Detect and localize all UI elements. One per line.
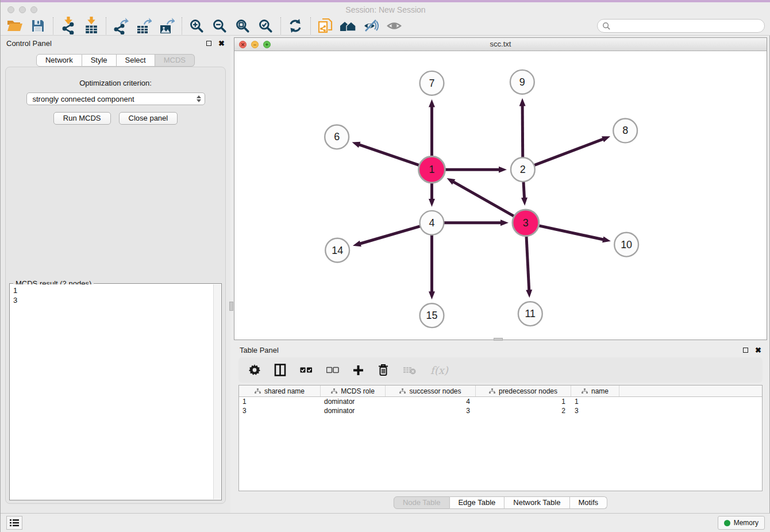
tab-node-table[interactable]: Node Table (394, 496, 450, 509)
splitter-grip-vertical[interactable] (229, 302, 233, 311)
home-view-icon[interactable] (338, 17, 358, 34)
tab-edge-table[interactable]: Edge Table (449, 496, 505, 509)
svg-text:14: 14 (332, 245, 343, 256)
toolbar-separator (53, 17, 53, 34)
deselect-all-columns-icon[interactable] (326, 367, 339, 373)
show-graphics-details-icon[interactable] (384, 17, 404, 34)
cell[interactable]: 1 (476, 397, 571, 406)
cell[interactable]: 1 (239, 397, 321, 406)
export-network-icon[interactable] (111, 17, 130, 34)
node-4[interactable]: 4 (420, 211, 444, 235)
result-scrollbar[interactable] (213, 284, 221, 499)
graph[interactable]: 7968124314101511 (234, 51, 767, 340)
tab-select[interactable]: Select (117, 54, 155, 67)
column-header-name[interactable]: name (571, 385, 619, 396)
cell[interactable]: 4 (386, 397, 476, 406)
column-header-predecessor-nodes[interactable]: predecessor nodes (476, 385, 571, 396)
table-body: 1dominator4113dominator323 (239, 397, 762, 415)
node-7[interactable]: 7 (420, 71, 444, 95)
session-title: Session: New Session (1, 5, 770, 14)
save-session-icon[interactable] (28, 17, 48, 34)
open-session-icon[interactable] (5, 17, 25, 34)
column-header-shared-name[interactable]: shared name (239, 385, 321, 396)
node-14[interactable]: 14 (325, 238, 349, 263)
select-all-columns-icon[interactable] (300, 367, 313, 373)
hierarchy-icon (582, 388, 588, 394)
cell[interactable]: dominator (321, 397, 386, 406)
edge-2-8[interactable] (523, 136, 610, 169)
refresh-icon[interactable] (286, 17, 305, 34)
tab-network-table[interactable]: Network Table (505, 496, 569, 509)
cell[interactable]: 3 (571, 406, 619, 415)
node-9[interactable]: 9 (510, 70, 534, 94)
cell[interactable]: 2 (476, 406, 571, 415)
hierarchy-icon (255, 388, 261, 394)
table-row-2[interactable]: 3dominator323 (239, 406, 762, 415)
node-15[interactable]: 15 (420, 303, 444, 327)
mcds-result-text[interactable]: 1 3 (10, 284, 213, 499)
toggle-columns-icon[interactable] (274, 364, 286, 376)
add-column-icon[interactable] (353, 365, 364, 376)
column-header-successor-nodes[interactable]: successor nodes (386, 385, 476, 396)
node-10[interactable]: 10 (614, 233, 638, 257)
toolbar-separator (280, 17, 281, 34)
splitter-grip-horizontal[interactable] (494, 338, 503, 341)
cell[interactable]: 1 (571, 397, 619, 406)
zoom-out-icon[interactable] (210, 17, 229, 34)
zoom-fit-icon[interactable] (233, 17, 252, 34)
task-history-button[interactable] (6, 516, 22, 530)
network-canvas[interactable]: 7968124314101511 (234, 51, 767, 340)
delete-column-icon[interactable] (378, 364, 389, 376)
search-icon (602, 22, 611, 30)
settings-gear-icon[interactable] (249, 364, 260, 376)
table-row-1[interactable]: 1dominator411 (239, 397, 762, 406)
network-from-file-icon[interactable] (315, 17, 335, 34)
delete-table-icon[interactable] (403, 365, 417, 375)
close-panel-icon[interactable]: ✖ (755, 346, 761, 354)
hierarchy-icon (399, 388, 406, 394)
cell[interactable]: dominator (321, 406, 386, 415)
svg-text:10: 10 (621, 239, 632, 250)
zoom-selected-icon[interactable] (256, 17, 275, 34)
run-mcds-button[interactable]: Run MCDS (53, 112, 111, 125)
export-table-icon[interactable] (134, 17, 153, 34)
column-header-filler (619, 385, 762, 396)
svg-text:4: 4 (429, 217, 434, 229)
search-field[interactable] (597, 19, 765, 33)
tab-network[interactable]: Network (36, 54, 82, 67)
search-input[interactable] (611, 20, 764, 32)
node-1[interactable]: 1 (419, 156, 445, 183)
import-table-icon[interactable] (81, 17, 101, 34)
column-header-MCDS-role[interactable]: MCDS role (321, 385, 386, 396)
control-panel-header: Control Panel ✖ (1, 36, 230, 51)
memory-button[interactable]: Memory (718, 516, 765, 530)
close-panel-icon[interactable]: ✖ (218, 40, 225, 47)
svg-text:9: 9 (519, 76, 525, 88)
table-panel: Table Panel ✖ (234, 342, 767, 513)
export-image-icon[interactable] (157, 17, 176, 34)
tab-mcds[interactable]: MCDS (155, 54, 195, 67)
list-icon (9, 518, 20, 527)
tab-style[interactable]: Style (82, 54, 117, 67)
node-6[interactable]: 6 (325, 125, 349, 149)
node-8[interactable]: 8 (613, 119, 637, 143)
node-11[interactable]: 11 (518, 302, 542, 326)
tab-motifs[interactable]: Motifs (569, 496, 607, 509)
close-panel-button[interactable]: Close panel (119, 112, 178, 125)
network-window-titlebar[interactable]: ✕ − + scc.txt (234, 38, 767, 51)
cell[interactable]: 3 (386, 406, 476, 415)
float-panel-icon[interactable] (206, 41, 211, 46)
import-network-icon[interactable] (58, 17, 78, 34)
node-2[interactable]: 2 (511, 157, 535, 182)
control-panel-tabs: Network Style Select MCDS (1, 54, 230, 67)
float-panel-icon[interactable] (743, 348, 748, 353)
mcds-panel: Optimization criterion: strongly connect… (5, 67, 226, 504)
node-3[interactable]: 3 (513, 210, 539, 236)
zoom-in-icon[interactable] (187, 17, 206, 34)
toolbar-separator (310, 17, 311, 34)
criterion-value: strongly connected component (33, 95, 195, 103)
table-toolbar: f(x) (238, 357, 763, 383)
cell[interactable]: 3 (239, 406, 321, 415)
hide-unhide-icon[interactable] (361, 17, 381, 34)
criterion-dropdown[interactable]: strongly connected component (26, 92, 205, 105)
